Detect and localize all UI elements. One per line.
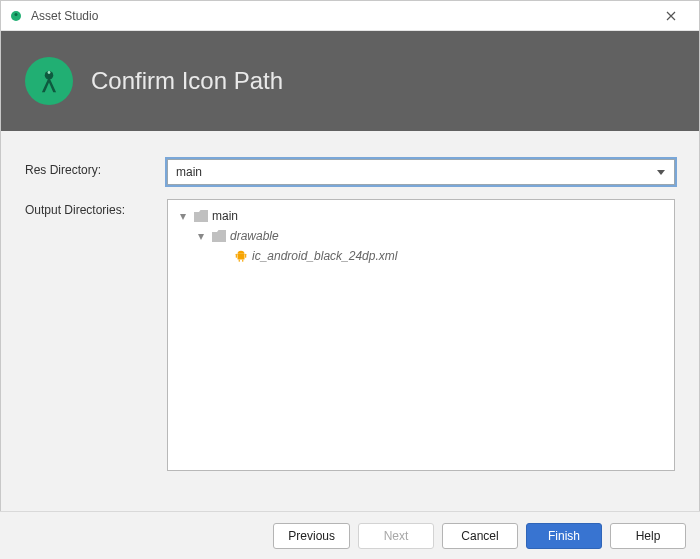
cancel-button[interactable]: Cancel [442, 523, 518, 549]
next-button: Next [358, 523, 434, 549]
output-directories-label: Output Directories: [25, 199, 167, 217]
output-directories-tree[interactable]: ▾ main ▾ drawable [167, 199, 675, 471]
chevron-down-icon [653, 159, 669, 185]
res-directory-label: Res Directory: [25, 159, 167, 177]
android-studio-icon [9, 9, 23, 23]
tree-node-drawable[interactable]: ▾ drawable [172, 226, 670, 246]
svg-rect-5 [236, 254, 237, 258]
help-button[interactable]: Help [610, 523, 686, 549]
tree-node-label: main [212, 209, 238, 223]
svg-rect-6 [245, 254, 246, 258]
folder-icon [212, 230, 226, 242]
tree-spacer [216, 249, 230, 263]
svg-rect-7 [239, 260, 240, 262]
tree-node-main[interactable]: ▾ main [172, 206, 670, 226]
folder-icon [194, 210, 208, 222]
svg-point-3 [48, 71, 51, 74]
output-directories-row: Output Directories: ▾ main ▾ drawable [25, 199, 675, 471]
tree-node-label: ic_android_black_24dp.xml [252, 249, 397, 263]
close-icon[interactable] [651, 1, 691, 31]
res-directory-value: main [176, 165, 202, 179]
res-directory-row: Res Directory: main [25, 159, 675, 185]
finish-button[interactable]: Finish [526, 523, 602, 549]
page-title: Confirm Icon Path [91, 67, 283, 95]
previous-button[interactable]: Previous [273, 523, 350, 549]
wizard-footer: Previous Next Cancel Finish Help [0, 511, 700, 559]
android-studio-logo [25, 57, 73, 105]
wizard-header: Confirm Icon Path [1, 31, 699, 131]
wizard-content: Res Directory: main Output Directories: … [1, 131, 699, 495]
tree-node-label: drawable [230, 229, 279, 243]
tree-node-file[interactable]: ic_android_black_24dp.xml [172, 246, 670, 266]
res-directory-select[interactable]: main [167, 159, 675, 185]
svg-rect-4 [238, 254, 245, 260]
tree-toggle-icon[interactable]: ▾ [194, 229, 208, 243]
svg-point-1 [15, 13, 18, 16]
svg-rect-8 [242, 260, 243, 262]
tree-toggle-icon[interactable]: ▾ [176, 209, 190, 223]
window-titlebar: Asset Studio [1, 1, 699, 31]
window-title: Asset Studio [31, 9, 98, 23]
android-file-icon [234, 249, 248, 263]
